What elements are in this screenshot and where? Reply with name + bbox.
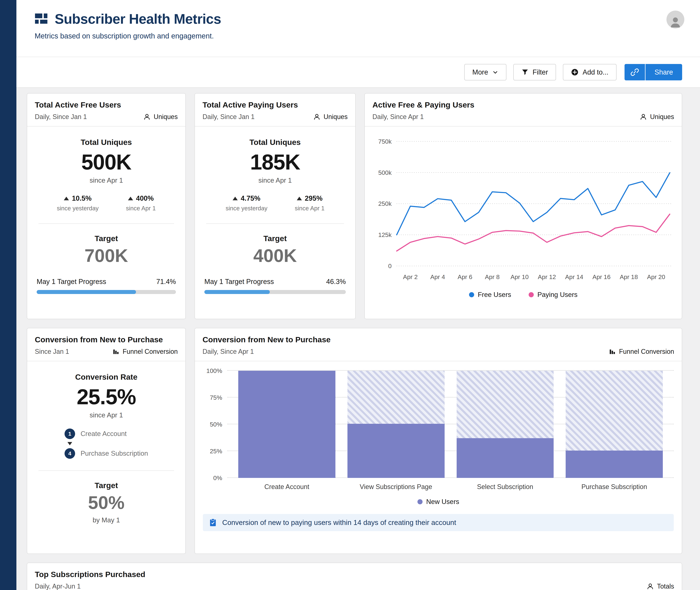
target-caption: by May 1	[37, 516, 176, 524]
stat-label: Conversion Rate	[37, 373, 176, 382]
delta-block: 295% since Apr 1	[295, 194, 324, 212]
card-subtitle: Since Jan 1	[35, 348, 69, 356]
delta-caption: since Apr 1	[126, 205, 156, 212]
x-axis-tick-label: Apr 4	[430, 273, 445, 280]
funnel-bar-remainder	[566, 371, 663, 451]
user-icon	[669, 15, 682, 28]
funnel-bar	[566, 371, 663, 478]
step-number-badge: 1	[65, 428, 75, 439]
copy-link-button[interactable]	[624, 64, 645, 80]
card-title: Total Active Paying Users	[203, 100, 347, 109]
x-axis-tick-label: Apr 12	[538, 273, 556, 280]
delta-up-icon	[232, 197, 238, 200]
filter-button[interactable]: Filter	[513, 64, 556, 80]
legend-dot	[469, 292, 474, 297]
page-title: Subscriber Health Metrics	[55, 11, 221, 27]
delta-caption: since Apr 1	[295, 205, 324, 212]
delta-value: 4.75%	[240, 194, 260, 202]
metric-type-label: Uniques	[154, 113, 178, 121]
progress-fill	[204, 290, 270, 294]
arrow-down-icon	[68, 442, 72, 445]
x-axis-tick-label: Apr 10	[510, 273, 528, 280]
avatar[interactable]	[667, 11, 684, 28]
card-title: Top Subscriptions Purchased	[35, 570, 674, 579]
metric-type-label: Uniques	[650, 113, 674, 121]
delta-up-icon	[297, 197, 302, 200]
funnel-chart-container: 0%25%50%75%100%Create AccountView Subscr…	[203, 371, 674, 506]
filter-button-label: Filter	[533, 68, 548, 76]
card-subtitle: Daily, Apr-Jun 1	[35, 583, 81, 590]
add-to-button-label: Add to...	[583, 68, 608, 76]
legend-item: Free Users	[469, 291, 511, 299]
metric-type-badge: Totals	[647, 583, 674, 590]
filter-funnel-icon	[521, 69, 529, 76]
funnel-bar-remainder	[457, 371, 554, 438]
share-button-group: Share	[624, 64, 682, 80]
delta-caption: since yesterday	[226, 205, 268, 212]
uniques-icon	[640, 113, 647, 120]
metric-type-label: Funnel Conversion	[619, 348, 674, 356]
more-button[interactable]: More	[464, 64, 506, 80]
add-circle-icon	[571, 68, 579, 76]
funnel-bar-remainder	[347, 371, 444, 424]
card-top-subscriptions-purchased: Top Subscriptions Purchased Daily, Apr-J…	[27, 563, 682, 590]
legend-dot	[417, 499, 422, 504]
funnel-steps: 1 Create Account 4 Purchase Subscription	[65, 428, 148, 459]
funnel-bar	[457, 371, 554, 478]
card-conversion-summary: Conversion from New to Purchase Since Ja…	[27, 328, 186, 554]
toolbar: More Filter Add to...	[16, 57, 700, 88]
metric-type-label: Uniques	[323, 113, 347, 121]
target-label: Target	[204, 234, 346, 243]
main-column: Subscriber Health Metrics Metrics based …	[16, 0, 700, 590]
funnel-bar	[347, 371, 444, 478]
x-axis-tick-label: Apr 20	[647, 273, 665, 280]
uniques-icon	[313, 113, 320, 120]
delta-block: 4.75% since yesterday	[226, 194, 268, 212]
chevron-down-icon	[492, 69, 498, 75]
metric-type-label: Funnel Conversion	[123, 348, 178, 356]
legend-label: New Users	[426, 498, 459, 506]
target-value: 400K	[204, 245, 346, 266]
legend-label: Free Users	[478, 291, 511, 299]
y-axis-tick-label: 125k	[378, 231, 392, 238]
line-chart-svg: 0125k250k500k750kApr 2Apr 4Apr 6Apr 8Apr…	[373, 134, 674, 288]
delta-block: 10.5% since yesterday	[57, 194, 99, 212]
category-labels: Create AccountView Subscriptions PageSel…	[227, 483, 674, 491]
target-label: Target	[37, 234, 176, 243]
funnel-bar	[238, 371, 335, 478]
legend-dot	[529, 292, 534, 297]
funnel-bar-value	[457, 438, 554, 478]
share-button[interactable]: Share	[645, 64, 682, 80]
delta-caption: since yesterday	[57, 205, 99, 212]
funnel-category-label: Create Account	[238, 483, 335, 491]
card-title: Conversion from New to Purchase	[203, 335, 674, 344]
totals-icon	[647, 583, 654, 590]
funnel-category-label: Purchase Subscription	[566, 483, 663, 491]
progress-percent: 71.4%	[156, 278, 176, 286]
stat-value: 185K	[204, 150, 346, 175]
card-subtitle: Daily, Since Apr 1	[203, 348, 254, 356]
metric-type-badge: Funnel Conversion	[112, 348, 178, 356]
funnel-conversion-icon	[112, 348, 119, 355]
stat-label: Total Uniques	[204, 138, 346, 147]
progress-track	[204, 290, 346, 294]
x-axis-tick-label: Apr 18	[620, 273, 638, 280]
card-total-active-paying-users: Total Active Paying Users Daily, Since J…	[195, 93, 356, 319]
card-conversion-funnel: Conversion from New to Purchase Daily, S…	[195, 328, 682, 554]
y-axis-tick-label: 500k	[378, 169, 392, 176]
step-number-badge: 4	[65, 448, 75, 459]
card-subtitle: Daily, Since Jan 1	[35, 113, 87, 121]
dashboard-icon	[35, 12, 48, 26]
x-axis-tick-label: Apr 16	[592, 273, 610, 280]
line-chart-container: 0125k250k500k750kApr 2Apr 4Apr 6Apr 8Apr…	[365, 126, 682, 304]
add-to-button[interactable]: Add to...	[563, 64, 616, 80]
funnel-conversion-icon	[609, 348, 616, 355]
progress-fill	[37, 290, 136, 294]
target-value: 50%	[37, 492, 176, 513]
delta-up-icon	[128, 197, 133, 200]
metric-type-label: Totals	[657, 583, 674, 590]
app: Subscriber Health Metrics Metrics based …	[0, 0, 700, 590]
metric-type-badge: Uniques	[313, 113, 347, 121]
clipboard-icon	[209, 518, 217, 527]
delta-value: 295%	[305, 194, 322, 202]
